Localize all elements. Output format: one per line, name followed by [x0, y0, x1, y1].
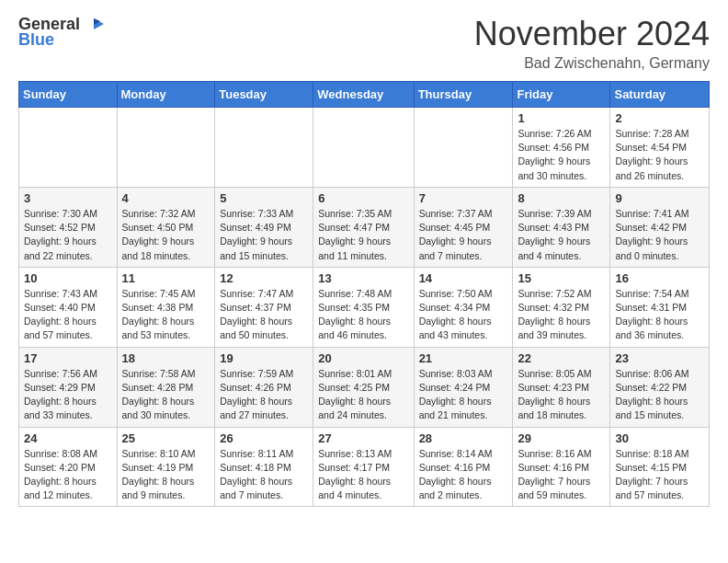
day-info: Sunrise: 7:43 AMSunset: 4:40 PMDaylight:… — [24, 287, 112, 343]
day-info: Sunrise: 7:45 AMSunset: 4:38 PMDaylight:… — [122, 287, 210, 343]
calendar-cell — [19, 108, 118, 188]
calendar-cell — [117, 108, 215, 188]
calendar-cell: 14Sunrise: 7:50 AMSunset: 4:34 PMDayligh… — [414, 267, 513, 347]
day-info: Sunrise: 8:16 AMSunset: 4:16 PMDaylight:… — [518, 447, 605, 503]
page-header: General Blue November 2024 Bad Zwischena… — [18, 15, 710, 72]
month-title: November 2024 — [474, 15, 710, 53]
calendar-header-row: SundayMondayTuesdayWednesdayThursdayFrid… — [19, 82, 710, 108]
calendar-cell: 19Sunrise: 7:59 AMSunset: 4:26 PMDayligh… — [215, 347, 313, 427]
calendar-cell: 21Sunrise: 8:03 AMSunset: 4:24 PMDayligh… — [414, 347, 513, 427]
day-info: Sunrise: 7:59 AMSunset: 4:26 PMDaylight:… — [220, 367, 308, 423]
col-header-saturday: Saturday — [610, 82, 710, 108]
calendar-cell: 16Sunrise: 7:54 AMSunset: 4:31 PMDayligh… — [610, 267, 710, 347]
calendar-cell: 20Sunrise: 8:01 AMSunset: 4:25 PMDayligh… — [313, 347, 414, 427]
day-number: 21 — [419, 351, 508, 365]
calendar-cell: 12Sunrise: 7:47 AMSunset: 4:37 PMDayligh… — [215, 267, 313, 347]
calendar-cell: 29Sunrise: 8:16 AMSunset: 4:16 PMDayligh… — [513, 427, 610, 507]
day-info: Sunrise: 8:10 AMSunset: 4:19 PMDaylight:… — [122, 447, 210, 503]
day-number: 9 — [615, 191, 704, 205]
day-number: 29 — [518, 431, 605, 445]
calendar-cell: 23Sunrise: 8:06 AMSunset: 4:22 PMDayligh… — [610, 347, 710, 427]
day-info: Sunrise: 7:35 AMSunset: 4:47 PMDaylight:… — [318, 207, 408, 263]
col-header-tuesday: Tuesday — [215, 82, 313, 108]
day-number: 25 — [122, 431, 210, 445]
col-header-monday: Monday — [117, 82, 215, 108]
calendar-cell: 5Sunrise: 7:33 AMSunset: 4:49 PMDaylight… — [215, 187, 313, 267]
day-number: 14 — [419, 271, 508, 285]
calendar-cell — [414, 108, 513, 188]
day-number: 20 — [318, 351, 408, 365]
col-header-friday: Friday — [513, 82, 610, 108]
calendar-cell: 17Sunrise: 7:56 AMSunset: 4:29 PMDayligh… — [19, 347, 118, 427]
calendar-cell: 10Sunrise: 7:43 AMSunset: 4:40 PMDayligh… — [19, 267, 118, 347]
location: Bad Zwischenahn, Germany — [474, 55, 710, 72]
calendar-week-3: 10Sunrise: 7:43 AMSunset: 4:40 PMDayligh… — [19, 267, 710, 347]
calendar-table: SundayMondayTuesdayWednesdayThursdayFrid… — [18, 81, 710, 507]
calendar-cell: 1Sunrise: 7:26 AMSunset: 4:56 PMDaylight… — [513, 108, 610, 188]
logo-blue: Blue — [18, 30, 54, 50]
day-info: Sunrise: 7:47 AMSunset: 4:37 PMDaylight:… — [220, 287, 308, 343]
day-info: Sunrise: 8:05 AMSunset: 4:23 PMDaylight:… — [518, 367, 605, 423]
title-block: November 2024 Bad Zwischenahn, Germany — [474, 15, 710, 72]
day-number: 23 — [615, 351, 704, 365]
day-number: 8 — [518, 191, 605, 205]
day-number: 3 — [24, 191, 112, 205]
calendar-cell: 3Sunrise: 7:30 AMSunset: 4:52 PMDaylight… — [19, 187, 118, 267]
day-info: Sunrise: 7:32 AMSunset: 4:50 PMDaylight:… — [122, 207, 210, 263]
day-number: 27 — [318, 431, 408, 445]
calendar-cell: 18Sunrise: 7:58 AMSunset: 4:28 PMDayligh… — [117, 347, 215, 427]
calendar-cell: 22Sunrise: 8:05 AMSunset: 4:23 PMDayligh… — [513, 347, 610, 427]
calendar-cell — [313, 108, 414, 188]
day-info: Sunrise: 7:33 AMSunset: 4:49 PMDaylight:… — [220, 207, 308, 263]
day-info: Sunrise: 8:18 AMSunset: 4:15 PMDaylight:… — [615, 447, 704, 503]
day-info: Sunrise: 8:13 AMSunset: 4:17 PMDaylight:… — [318, 447, 408, 503]
day-number: 28 — [419, 431, 508, 445]
day-number: 11 — [122, 271, 210, 285]
day-number: 10 — [24, 271, 112, 285]
calendar-cell: 6Sunrise: 7:35 AMSunset: 4:47 PMDaylight… — [313, 187, 414, 267]
day-number: 22 — [518, 351, 605, 365]
day-info: Sunrise: 8:14 AMSunset: 4:16 PMDaylight:… — [419, 447, 508, 503]
day-info: Sunrise: 7:26 AMSunset: 4:56 PMDaylight:… — [518, 127, 605, 183]
day-number: 19 — [220, 351, 308, 365]
day-number: 16 — [615, 271, 704, 285]
day-number: 1 — [518, 111, 605, 125]
day-number: 6 — [318, 191, 408, 205]
day-number: 7 — [419, 191, 508, 205]
day-number: 12 — [220, 271, 308, 285]
calendar-cell: 24Sunrise: 8:08 AMSunset: 4:20 PMDayligh… — [19, 427, 118, 507]
calendar-cell: 27Sunrise: 8:13 AMSunset: 4:17 PMDayligh… — [313, 427, 414, 507]
col-header-wednesday: Wednesday — [313, 82, 414, 108]
day-info: Sunrise: 8:01 AMSunset: 4:25 PMDaylight:… — [318, 367, 408, 423]
day-number: 13 — [318, 271, 408, 285]
calendar-week-2: 3Sunrise: 7:30 AMSunset: 4:52 PMDaylight… — [19, 187, 710, 267]
day-number: 18 — [122, 351, 210, 365]
day-info: Sunrise: 7:54 AMSunset: 4:31 PMDaylight:… — [615, 287, 704, 343]
day-info: Sunrise: 7:30 AMSunset: 4:52 PMDaylight:… — [24, 207, 112, 263]
calendar-cell: 26Sunrise: 8:11 AMSunset: 4:18 PMDayligh… — [215, 427, 313, 507]
day-info: Sunrise: 7:41 AMSunset: 4:42 PMDaylight:… — [615, 207, 704, 263]
day-number: 24 — [24, 431, 112, 445]
col-header-thursday: Thursday — [414, 82, 513, 108]
day-info: Sunrise: 7:37 AMSunset: 4:45 PMDaylight:… — [419, 207, 508, 263]
calendar-cell: 25Sunrise: 8:10 AMSunset: 4:19 PMDayligh… — [117, 427, 215, 507]
day-info: Sunrise: 8:11 AMSunset: 4:18 PMDaylight:… — [220, 447, 308, 503]
calendar-cell: 2Sunrise: 7:28 AMSunset: 4:54 PMDaylight… — [610, 108, 710, 188]
calendar-cell: 7Sunrise: 7:37 AMSunset: 4:45 PMDaylight… — [414, 187, 513, 267]
calendar-cell — [215, 108, 313, 188]
day-number: 17 — [24, 351, 112, 365]
calendar-week-5: 24Sunrise: 8:08 AMSunset: 4:20 PMDayligh… — [19, 427, 710, 507]
day-info: Sunrise: 8:06 AMSunset: 4:22 PMDaylight:… — [615, 367, 704, 423]
calendar-cell: 30Sunrise: 8:18 AMSunset: 4:15 PMDayligh… — [610, 427, 710, 507]
col-header-sunday: Sunday — [19, 82, 118, 108]
day-info: Sunrise: 7:52 AMSunset: 4:32 PMDaylight:… — [518, 287, 605, 343]
day-number: 2 — [615, 111, 704, 125]
day-number: 4 — [122, 191, 210, 205]
day-info: Sunrise: 7:56 AMSunset: 4:29 PMDaylight:… — [24, 367, 112, 423]
logo: General Blue — [18, 15, 104, 50]
calendar-cell: 8Sunrise: 7:39 AMSunset: 4:43 PMDaylight… — [513, 187, 610, 267]
page-container: General Blue November 2024 Bad Zwischena… — [0, 0, 728, 522]
calendar-cell: 28Sunrise: 8:14 AMSunset: 4:16 PMDayligh… — [414, 427, 513, 507]
day-number: 15 — [518, 271, 605, 285]
calendar-week-1: 1Sunrise: 7:26 AMSunset: 4:56 PMDaylight… — [19, 108, 710, 188]
